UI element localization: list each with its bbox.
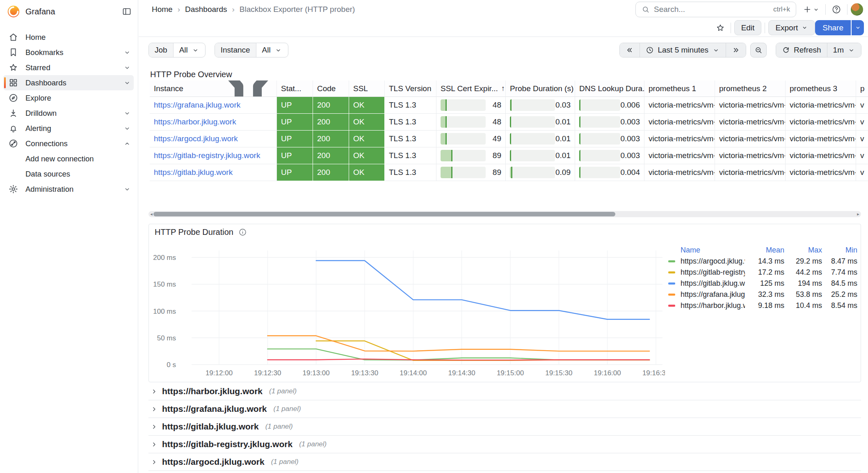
double-chevron-right-icon xyxy=(732,46,740,54)
sidebar-item-bookmarks[interactable]: Bookmarks xyxy=(3,45,134,60)
column-header-ssl[interactable]: SSL xyxy=(349,80,385,97)
column-header-cert[interactable]: SSL Cert Expir...↑ xyxy=(436,80,506,97)
instance-filter-value[interactable]: All xyxy=(256,43,288,57)
help-button[interactable] xyxy=(829,2,844,17)
sidebar-item-connections[interactable]: Connections xyxy=(3,136,134,151)
column-header-label: prometheus 3 xyxy=(790,84,837,93)
collapsed-row-title: https://argocd.jklug.work xyxy=(162,457,265,467)
instance-link[interactable]: https://gitlab.jklug.work xyxy=(154,168,233,177)
column-header-status[interactable]: Stat... xyxy=(277,80,313,97)
gauge-track xyxy=(441,99,486,111)
legend-header-max[interactable]: Max xyxy=(784,246,822,255)
column-header-prom2[interactable]: prometheus 2 xyxy=(715,80,786,97)
collapsed-row[interactable]: https://harbor.jklug.work (1 panel) xyxy=(148,383,861,400)
time-back-button[interactable] xyxy=(620,43,640,57)
legend-header-min[interactable]: Min xyxy=(822,246,857,255)
instance-link[interactable]: https://gitlab-registry.jklug.work xyxy=(154,151,260,160)
search-field[interactable] xyxy=(654,5,773,14)
search-input[interactable]: ctrl+k xyxy=(635,2,796,17)
job-filter-value[interactable]: All xyxy=(173,43,205,57)
scroll-right-arrow-icon[interactable]: ▸ xyxy=(856,211,861,217)
gauge-track xyxy=(510,99,555,111)
chevron-down-icon xyxy=(813,6,820,13)
refresh-button[interactable]: Refresh xyxy=(776,43,827,57)
info-icon[interactable] xyxy=(238,228,247,236)
sidebar-item-alerting[interactable]: Alerting xyxy=(3,121,134,136)
time-forward-button[interactable] xyxy=(726,43,746,57)
breadcrumb-item[interactable]: Dashboards xyxy=(185,5,227,14)
legend-min-value: 8.47 ms xyxy=(822,257,857,266)
column-header-probe[interactable]: Probe Duration (s) xyxy=(506,80,575,97)
sidebar-item-home[interactable]: Home xyxy=(3,30,134,45)
sidebar-item-label: Data sources xyxy=(25,170,131,179)
collapsed-row[interactable]: https://argocd.jklug.work (1 panel) xyxy=(148,453,861,471)
instance-filter-selected: All xyxy=(262,46,271,55)
instance-link[interactable]: https://harbor.jklug.work xyxy=(154,117,236,126)
sidebar-item-administration[interactable]: Administration xyxy=(3,181,134,197)
legend-max-value: 194 ms xyxy=(784,279,822,288)
dashboard-toolbar: Edit Export Share xyxy=(139,19,868,37)
chevron-right-icon xyxy=(150,458,158,466)
collapsed-row[interactable]: https://gitlab.jklug.work (1 panel) xyxy=(148,418,861,436)
collapsed-row[interactable]: https://gitlab-registry.jklug.work (1 pa… xyxy=(148,436,861,453)
column-header-prom3[interactable]: prometheus 3 xyxy=(786,80,856,97)
gauge-fill xyxy=(510,99,512,111)
column-header-instance[interactable]: Instance xyxy=(150,80,277,97)
sidebar-item-data-sources[interactable]: Data sources xyxy=(3,166,134,181)
sidebar-item-dashboards[interactable]: Dashboards xyxy=(3,75,134,90)
status-cell: OK xyxy=(349,114,385,131)
gauge-track xyxy=(441,167,486,178)
duration-panel: HTTP Probe Duration 0 s50 ms100 ms150 ms… xyxy=(148,224,861,382)
gauge-fill xyxy=(510,167,512,178)
column-header-code[interactable]: Code xyxy=(313,80,349,97)
job-filter-selected: All xyxy=(179,46,188,55)
breadcrumb-item[interactable]: Home xyxy=(152,5,173,14)
legend-series-name[interactable]: https://grafana.jklug.work xyxy=(681,290,745,299)
instance-link[interactable]: https://grafana.jklug.work xyxy=(154,101,240,110)
sidebar-item-explore[interactable]: Explore xyxy=(3,90,134,106)
column-header-label: TLS Version xyxy=(389,84,432,93)
sidebar-item-drilldown[interactable]: Drilldown xyxy=(3,106,134,121)
status-cell: 200 xyxy=(313,164,349,181)
horizontal-scrollbar[interactable]: ◂ ▸ xyxy=(148,211,861,217)
legend-series-name[interactable]: https://argocd.jklug.work xyxy=(681,257,745,266)
legend-series-name[interactable]: https://gitlab.jklug.work xyxy=(681,279,745,288)
legend-series-name[interactable]: https://harbor.jklug.work xyxy=(681,301,745,310)
share-menu-button[interactable] xyxy=(852,20,864,35)
column-header-promx[interactable]: p xyxy=(856,80,868,97)
legend-header-name[interactable]: Name xyxy=(681,246,745,255)
instance-filter: Instance All xyxy=(215,43,288,57)
column-header-tls[interactable]: TLS Version xyxy=(385,80,436,97)
zoom-out-button[interactable] xyxy=(750,43,767,57)
export-button[interactable]: Export xyxy=(768,20,815,35)
new-button[interactable] xyxy=(800,2,822,17)
status-cell: UP xyxy=(277,114,313,131)
collapsed-row[interactable]: https://grafana.jklug.work (1 panel) xyxy=(148,400,861,418)
time-range-button[interactable]: Last 5 minutes xyxy=(640,43,726,57)
overview-panel-title: HTTP Probe Overview xyxy=(150,70,232,79)
probe-duration-chart[interactable]: 0 s50 ms100 ms150 ms200 ms19:12:0019:12:… xyxy=(151,240,665,378)
time-range-picker: Last 5 minutes xyxy=(619,43,746,57)
sidebar-item-starred[interactable]: Starred xyxy=(3,60,134,75)
dock-menu-button[interactable] xyxy=(120,5,134,18)
avatar[interactable] xyxy=(851,3,863,16)
column-header-prom1[interactable]: prometheus 1 xyxy=(644,80,715,97)
sidebar-item-add-new-connection[interactable]: Add new connection xyxy=(3,151,134,166)
legend-header-mean[interactable]: Mean xyxy=(745,246,784,255)
legend-series-name[interactable]: https://gitlab-registry.jklug.work xyxy=(681,268,745,277)
gauge-cell: 0.03 xyxy=(506,97,575,114)
column-header-dns[interactable]: DNS Lookup Dura... xyxy=(575,80,644,97)
refresh-interval-button[interactable]: 1m xyxy=(827,43,861,57)
share-button[interactable]: Share xyxy=(815,20,851,35)
instance-link[interactable]: https://argocd.jklug.work xyxy=(154,134,238,143)
home-icon xyxy=(8,32,18,42)
scrollbar-thumb[interactable] xyxy=(153,212,615,216)
grafana-logo-icon[interactable] xyxy=(7,5,21,18)
chevron-down-icon xyxy=(192,46,199,54)
column-header-label: prometheus 2 xyxy=(719,84,767,93)
favorite-button[interactable] xyxy=(713,21,727,35)
duration-panel-header[interactable]: HTTP Probe Duration xyxy=(149,224,861,240)
y-axis-tick-label: 150 ms xyxy=(153,280,176,288)
legend-mean-value: 32.3 ms xyxy=(745,290,784,299)
edit-button[interactable]: Edit xyxy=(734,20,762,35)
